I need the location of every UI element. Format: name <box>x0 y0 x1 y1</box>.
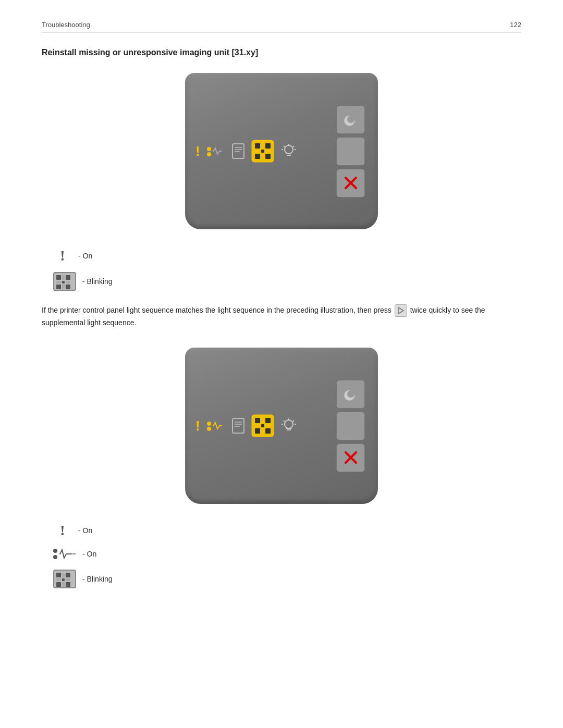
svg-rect-37 <box>66 285 70 289</box>
sleep-button-2 <box>336 380 365 409</box>
svg-rect-35 <box>56 285 61 289</box>
svg-rect-2 <box>232 144 244 158</box>
legend-item-excl-1: ! - On <box>52 248 521 264</box>
bulb-icon-1 <box>280 143 297 159</box>
dots-wave-icon-1 <box>206 144 225 158</box>
svg-rect-75 <box>66 578 70 581</box>
svg-point-40 <box>207 427 211 431</box>
svg-line-20 <box>284 146 285 147</box>
svg-rect-54 <box>265 428 271 434</box>
svg-point-66 <box>53 549 57 553</box>
svg-line-21 <box>293 146 294 147</box>
printer-panel-illustration-2: ! <box>42 348 521 504</box>
panel-icons-row-2: ! <box>195 414 336 437</box>
svg-point-0 <box>207 147 211 151</box>
svg-rect-34 <box>66 281 70 283</box>
dots-wave-icon-2 <box>206 418 225 433</box>
section-label: Troubleshooting <box>42 21 90 29</box>
panel-buttons-2 <box>336 380 365 472</box>
svg-rect-72 <box>66 573 70 577</box>
svg-marker-24 <box>347 146 356 156</box>
legend-blink-icon-2 <box>52 569 77 589</box>
svg-rect-13 <box>255 154 260 159</box>
svg-rect-11 <box>261 150 264 153</box>
printer-panel-illustration-1: ! <box>42 73 521 229</box>
svg-rect-8 <box>261 143 264 149</box>
svg-rect-10 <box>255 150 260 153</box>
legend-item-dots-wave-2: - On <box>52 546 521 562</box>
legend-exclamation-icon-1: ! <box>52 248 73 264</box>
svg-rect-29 <box>56 275 61 280</box>
svg-rect-48 <box>265 418 271 423</box>
svg-rect-73 <box>56 578 61 581</box>
svg-point-16 <box>285 145 293 154</box>
go-button-2 <box>336 412 365 440</box>
page-icon-1 <box>231 143 245 159</box>
svg-rect-32 <box>56 281 61 283</box>
legend-blink-label-2: - Blinking <box>82 575 113 583</box>
svg-rect-33 <box>62 281 65 283</box>
svg-rect-30 <box>62 275 65 280</box>
svg-rect-71 <box>62 573 65 577</box>
legend-exclamation-icon-2: ! <box>52 522 73 539</box>
exclamation-icon-1: ! <box>195 143 200 159</box>
svg-rect-78 <box>66 582 70 587</box>
svg-point-1 <box>207 152 211 156</box>
svg-rect-36 <box>62 285 65 289</box>
svg-rect-49 <box>255 424 260 427</box>
legend-blink-icon-1 <box>52 272 77 291</box>
panel-icons-row-1: ! <box>195 140 336 163</box>
svg-rect-14 <box>261 154 264 159</box>
panel-buttons-1 <box>336 105 365 198</box>
legend-dots-wave-label-2: - On <box>82 550 96 558</box>
svg-line-59 <box>284 421 285 422</box>
svg-rect-9 <box>265 143 271 149</box>
legend-excl-label-2: - On <box>78 526 92 535</box>
svg-rect-50 <box>261 424 264 427</box>
svg-point-39 <box>207 422 211 426</box>
svg-marker-38 <box>398 307 403 314</box>
legend-item-excl-2: ! - On <box>52 522 521 539</box>
svg-rect-76 <box>56 582 61 587</box>
imaging-unit-icon-2 <box>251 414 274 437</box>
svg-rect-47 <box>261 418 264 423</box>
cancel-button-1 <box>336 169 365 198</box>
page-number: 122 <box>510 21 521 29</box>
section-title: Reinstall missing or unresponsive imagin… <box>42 48 521 57</box>
legend-item-blink-1: - Blinking <box>52 272 521 291</box>
legend-section-1: ! - On - Blinking <box>42 248 521 291</box>
svg-rect-41 <box>232 418 244 433</box>
svg-rect-51 <box>265 424 271 427</box>
svg-line-60 <box>293 421 294 422</box>
svg-rect-77 <box>62 582 65 587</box>
printer-panel-2: ! <box>185 348 378 504</box>
svg-marker-63 <box>347 421 356 431</box>
svg-rect-7 <box>255 143 260 149</box>
svg-rect-31 <box>66 275 70 280</box>
legend-blink-label-1: - Blinking <box>82 277 113 286</box>
svg-point-67 <box>53 555 57 559</box>
go-inline-icon <box>395 304 407 317</box>
svg-rect-12 <box>265 150 271 153</box>
go-button-1 <box>336 137 365 166</box>
bulb-icon-2 <box>280 417 297 434</box>
description-text: If the printer control panel light seque… <box>42 304 521 329</box>
sleep-button-1 <box>336 105 365 134</box>
svg-rect-70 <box>56 573 61 577</box>
imaging-unit-icon-1 <box>251 140 274 163</box>
svg-rect-52 <box>255 428 260 434</box>
svg-rect-53 <box>261 428 264 434</box>
page-header: Troubleshooting 122 <box>42 21 521 32</box>
svg-rect-46 <box>255 418 260 423</box>
svg-point-55 <box>285 420 293 428</box>
legend-excl-label-1: - On <box>78 252 92 260</box>
legend-section-2: ! - On - On <box>42 522 521 589</box>
legend-dots-wave-icon-2 <box>52 546 77 562</box>
cancel-button-2 <box>336 443 365 472</box>
svg-rect-74 <box>62 578 65 581</box>
legend-item-blink-2: - Blinking <box>52 569 521 589</box>
page-icon-2 <box>231 417 245 434</box>
printer-panel-1: ! <box>185 73 378 229</box>
svg-rect-15 <box>265 154 271 159</box>
exclamation-icon-2: ! <box>195 418 200 434</box>
